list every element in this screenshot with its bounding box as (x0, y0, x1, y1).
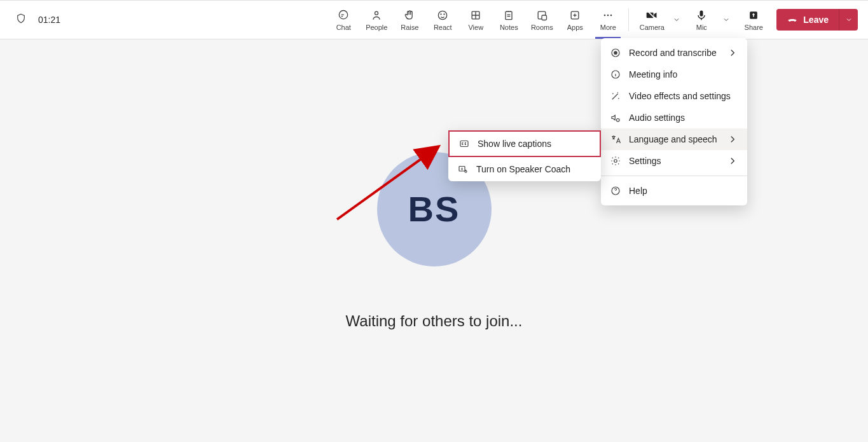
react-icon (436, 9, 449, 22)
menu-meeting-info[interactable]: Meeting info (601, 64, 747, 85)
shield-icon (15, 13, 27, 27)
menu-audio-settings[interactable]: Audio settings (601, 107, 747, 128)
menu-video-effects[interactable]: Video effects and settings (601, 85, 747, 107)
camera-label: Camera (640, 24, 665, 31)
mic-button[interactable]: Mic (686, 1, 717, 39)
chevron-right-icon (727, 155, 738, 167)
chevron-down-icon (722, 16, 730, 24)
people-button[interactable]: People (360, 1, 393, 39)
svg-rect-22 (459, 167, 465, 172)
chat-button[interactable]: Chat (327, 1, 360, 39)
svg-point-1 (375, 11, 378, 15)
share-button[interactable]: Share (737, 1, 770, 39)
people-label: People (366, 24, 387, 31)
raise-button[interactable]: Raise (393, 1, 426, 39)
leave-button[interactable]: Leave (776, 9, 839, 31)
chevron-right-icon (727, 134, 738, 145)
svg-rect-6 (506, 11, 512, 20)
mic-label: Mic (696, 24, 707, 31)
svg-rect-8 (542, 15, 547, 20)
speaker-coach-icon (457, 163, 469, 175)
svg-point-2 (439, 11, 447, 19)
rooms-button[interactable]: Rooms (525, 1, 558, 39)
rooms-icon (535, 9, 548, 22)
menu-record-label: Record and transcribe (629, 48, 717, 58)
camera-off-icon (645, 9, 658, 22)
svg-rect-21 (460, 141, 468, 147)
svg-point-4 (444, 13, 444, 14)
leave-label: Leave (803, 15, 829, 25)
record-icon (610, 47, 621, 59)
wand-icon (610, 90, 621, 102)
view-label: View (468, 24, 483, 31)
speaker-coach-label: Turn on Speaker Coach (476, 164, 570, 174)
camera-button[interactable]: Camera (637, 1, 667, 39)
menu-help[interactable]: Help (601, 180, 747, 202)
notes-label: Notes (500, 24, 518, 31)
meeting-timer: 01:21 (38, 15, 60, 25)
help-icon (610, 185, 621, 197)
more-button[interactable]: More (591, 1, 624, 39)
mic-icon (695, 9, 708, 22)
view-icon (469, 9, 482, 22)
show-captions-label: Show live captions (478, 139, 551, 149)
menu-help-label: Help (629, 186, 647, 196)
people-icon (370, 9, 383, 22)
menu-effects-label: Video effects and settings (629, 91, 731, 101)
svg-rect-13 (700, 10, 703, 16)
chevron-right-icon (727, 47, 738, 59)
apps-label: Apps (567, 24, 583, 31)
raise-hand-icon (403, 9, 416, 22)
svg-point-12 (610, 14, 612, 16)
react-button[interactable]: React (426, 1, 459, 39)
share-label: Share (745, 24, 763, 31)
more-icon (602, 9, 614, 22)
cc-icon (458, 138, 470, 149)
svg-point-11 (607, 14, 609, 16)
menu-speaker-coach[interactable]: Turn on Speaker Coach (448, 157, 601, 181)
menu-audio-label: Audio settings (629, 113, 685, 123)
more-menu: Record and transcribe Meeting info Video… (601, 38, 747, 205)
menu-record-transcribe[interactable]: Record and transcribe (601, 42, 747, 64)
notes-icon (502, 9, 515, 22)
more-label: More (600, 24, 616, 31)
apps-icon (568, 9, 581, 22)
chat-icon (337, 9, 350, 22)
chevron-down-icon (845, 16, 853, 24)
hangup-icon (787, 14, 798, 25)
chat-label: Chat (336, 24, 351, 31)
gear-icon (610, 155, 621, 167)
menu-settings-label: Settings (629, 156, 661, 166)
avatar-initials: BS (408, 188, 460, 230)
menu-divider (601, 176, 747, 176)
menu-language-label: Language and speech (629, 134, 717, 144)
camera-caret[interactable] (670, 1, 684, 39)
svg-point-19 (614, 160, 617, 163)
info-icon (610, 69, 621, 80)
view-button[interactable]: View (459, 1, 492, 39)
menu-language-speech[interactable]: Language and speech (601, 128, 747, 150)
translate-icon (610, 134, 621, 145)
raise-label: Raise (401, 24, 418, 31)
mic-caret[interactable] (719, 1, 733, 39)
waiting-text: Waiting for others to join... (346, 312, 523, 330)
menu-info-label: Meeting info (629, 69, 677, 79)
menu-settings[interactable]: Settings (601, 150, 747, 172)
apps-button[interactable]: Apps (558, 1, 591, 39)
language-speech-submenu: Show live captions Turn on Speaker Coach (448, 130, 601, 181)
svg-point-23 (465, 170, 467, 172)
share-icon (747, 9, 760, 22)
svg-point-18 (617, 119, 620, 122)
leave-caret[interactable] (839, 9, 858, 31)
svg-point-3 (441, 13, 441, 14)
menu-show-live-captions[interactable]: Show live captions (448, 130, 601, 157)
react-label: React (434, 24, 452, 31)
notes-button[interactable]: Notes (492, 1, 525, 39)
svg-point-16 (614, 52, 617, 55)
rooms-label: Rooms (531, 24, 553, 31)
speaker-gear-icon (610, 112, 621, 123)
chevron-down-icon (673, 16, 680, 24)
svg-point-10 (604, 14, 606, 16)
